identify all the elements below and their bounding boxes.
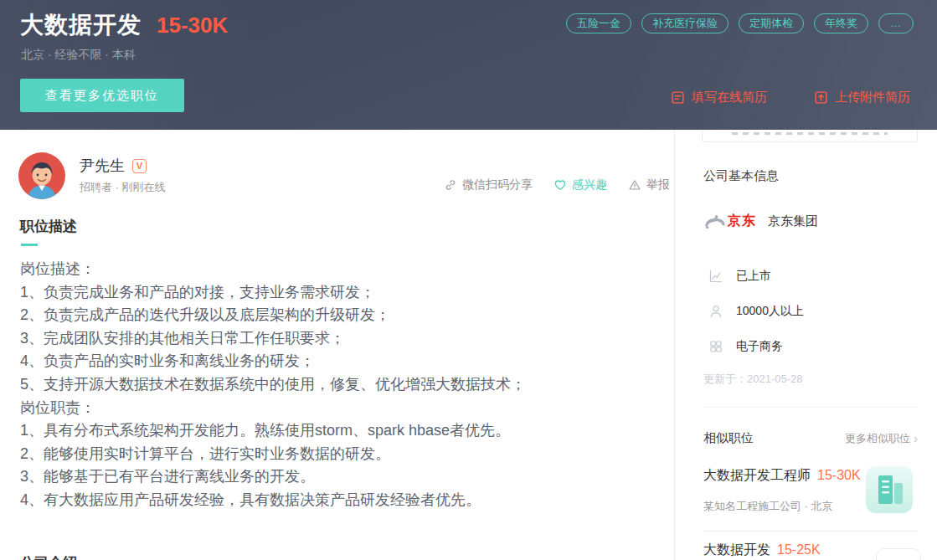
benefit-badges: 五险一金 补充医疗保险 定期体检 年终奖 … [566,13,914,33]
recruiter-status: 招聘者 · 刚刚在线 [80,180,166,195]
recruiter-avatar[interactable] [18,152,65,199]
job-description-line: 岗位描述： [20,261,640,276]
more-similar-jobs-label: 更多相似职位 [845,431,910,446]
fill-online-resume-label: 填写在线简历 [692,90,767,105]
heart-icon [553,178,567,192]
section-underline [21,244,38,246]
jd-logo-icon: 京东 [703,212,756,230]
page-title: 大数据开发 [20,9,142,41]
similar-job-title: 大数据开发工程师 [703,467,811,485]
company-logo-tile[interactable] [866,466,913,513]
job-detail-page: 大数据开发 15-30K 北京 · 经验不限 · 本科 五险一金 补充医疗保险 … [0,0,937,560]
salary-range: 15-30K [157,13,228,39]
link-icon [444,178,457,192]
person-icon [708,304,723,319]
job-title-row: 大数据开发 15-30K [20,9,228,41]
job-description-line: 1、具有分布式系统架构开发能力。熟练使用storm、spark hbase者优先… [20,423,640,438]
wechat-share-button[interactable]: 微信扫码分享 [444,177,533,193]
interested-label: 感兴趣 [572,177,607,193]
benefits-more-badge[interactable]: … [878,13,914,33]
mascot-logo-icon [877,549,920,560]
similar-job-company: 某知名工程施工公司 · 北京 [703,499,833,514]
company-info-title: 公司基本信息 [703,168,779,184]
company-name: 京东集团 [768,213,818,229]
job-meta: 北京 · 经验不限 · 本科 [21,48,136,63]
sidebar-divider [703,407,918,408]
similar-jobs-header: 相似职位 更多相似职位 › [703,430,918,446]
upload-attachment-resume-link[interactable]: 上传附件简历 [814,90,910,105]
similar-job-title: 大数据开发 [703,542,770,559]
company-listing-row: 已上市 [708,269,771,284]
chart-icon [708,269,723,284]
similar-jobs-title: 相似职位 [703,430,754,446]
similar-job-salary: 15-30K [817,468,861,483]
clipped-text-remnant [732,132,888,135]
company-listing-status: 已上市 [736,269,771,284]
report-label: 举报 [646,177,670,193]
upload-attachment-resume-label: 上传附件简历 [835,90,910,105]
benefit-badge: 补充医疗保险 [641,13,728,33]
job-description-line: 4、有大数据应用产品研发经验，具有数据决策产品研发经验者优先。 [20,492,640,507]
updated-date: 更新于：2021-05-28 [703,372,803,387]
clipped-section-heading: 公司介绍 [20,553,77,560]
job-header: 大数据开发 15-30K 北京 · 经验不限 · 本科 五险一金 补充医疗保险 … [0,0,937,130]
job-description-line: 2、负责完成产品的迭代升级以及底层架构的升级研发； [20,307,640,322]
job-description-title: 职位描述 [20,217,77,236]
recruiter-name: 尹先生 [80,156,125,176]
similar-jobs-divider [703,531,918,532]
resume-links: 填写在线简历 上传附件简历 [671,90,910,105]
recruiter-name-row: 尹先生 V [80,156,147,176]
grid-icon [708,339,723,354]
jd-logo-text: 京东 [728,213,756,230]
job-description-line: 3、能够基于已有平台进行离线业务的开发。 [20,469,640,484]
verified-badge: V [132,159,147,173]
benefit-badge: 年终奖 [814,13,868,33]
job-description-line: 3、完成团队安排的其他相关日常工作任职要求； [20,331,640,346]
company-industry-row: 电子商务 [708,339,783,354]
job-description-line: 岗位职责： [20,400,640,415]
company-industry: 电子商务 [736,339,783,354]
similar-job-card[interactable]: 大数据开发 15-25K [703,542,821,559]
company-size: 10000人以上 [736,304,804,319]
fill-online-resume-link[interactable]: 填写在线简历 [671,90,767,105]
job-description-line: 2、能够使用实时计算平台，进行实时业务数据的研发。 [20,446,640,461]
company-logo-thumb[interactable] [876,548,921,560]
job-description-line: 1、负责完成业务和产品的对接，支持业务需求研发； [20,285,640,300]
building-icon [866,466,913,513]
benefit-badge: 定期体检 [739,13,804,33]
company-size-row: 10000人以上 [708,304,804,319]
interested-button[interactable]: 感兴趣 [553,177,607,193]
job-actions: 微信扫码分享 感兴趣 举报 [444,177,670,193]
job-description-line: 4、负责产品的实时业务和离线业务的研发； [20,353,640,368]
company-link[interactable]: 京东 京东集团 [703,212,818,230]
similar-job-card[interactable]: 大数据开发工程师 15-30K [703,467,861,485]
report-button[interactable]: 举报 [628,177,670,193]
warning-icon [628,178,641,192]
upload-icon [814,90,828,105]
more-similar-jobs-link[interactable]: 更多相似职位 › [845,431,918,446]
chevron-right-icon: › [914,431,918,445]
content-divider [674,130,675,560]
similar-job-salary: 15-25K [777,542,821,557]
job-description-line: 5、支持开源大数据技术在数据系统中的使用，修复、优化增强大数据技术； [20,377,640,392]
job-description: 岗位描述： 1、负责完成业务和产品的对接，支持业务需求研发； 2、负责完成产品的… [20,261,640,516]
benefit-badge: 五险一金 [566,13,631,33]
wechat-share-label: 微信扫码分享 [462,177,533,193]
form-icon [671,90,685,105]
view-more-jobs-button[interactable]: 查看更多优选职位 [20,79,184,112]
